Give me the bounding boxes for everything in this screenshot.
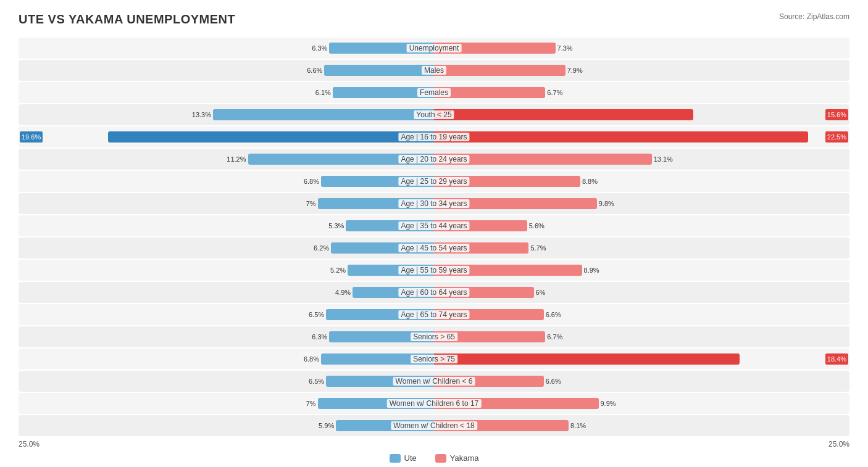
chart-row: Age | 25 to 29 years 6.8% 8.8% bbox=[19, 171, 849, 192]
chart-row: Women w/ Children < 18 5.9% 8.1% bbox=[19, 415, 849, 436]
chart-row: Age | 35 to 44 years 5.3% 5.6% bbox=[19, 215, 849, 236]
chart-row: Age | 60 to 64 years 4.9% 6% bbox=[19, 282, 849, 303]
chart-row: Age | 16 to 19 years 19.6% 22.5% bbox=[19, 126, 849, 147]
legend-ute: Ute bbox=[390, 453, 417, 463]
chart-row: Women w/ Children 6 to 17 7% 9.9% bbox=[19, 393, 849, 414]
chart-row: Males 6.6% 7.9% bbox=[19, 60, 849, 81]
chart-row: Age | 65 to 74 years 6.5% 6.6% bbox=[19, 304, 849, 325]
chart-row: Unemployment 6.3% 7.3% bbox=[19, 38, 849, 59]
legend: Ute Yakama bbox=[19, 453, 849, 463]
chart-row: Seniors > 65 6.3% 6.7% bbox=[19, 326, 849, 347]
legend-ute-box bbox=[390, 454, 401, 463]
legend-ute-label: Ute bbox=[404, 453, 417, 463]
axis-row: 25.0% 25.0% bbox=[19, 440, 849, 448]
axis-left: 25.0% bbox=[19, 440, 40, 448]
chart-row: Women w/ Children < 6 6.5% 6.6% bbox=[19, 371, 849, 392]
chart-row: Age | 20 to 24 years 11.2% 13.1% bbox=[19, 149, 849, 170]
legend-yakama-box bbox=[435, 454, 446, 463]
chart-container: UTE VS YAKAMA UNEMPLOYMENT Source: ZipAt… bbox=[19, 12, 849, 463]
chart-title: UTE VS YAKAMA UNEMPLOYMENT bbox=[19, 12, 235, 27]
chart-row: Seniors > 75 6.8% 18.4% bbox=[19, 349, 849, 370]
chart-row: Age | 45 to 54 years 6.2% 5.7% bbox=[19, 238, 849, 258]
legend-yakama-label: Yakama bbox=[450, 453, 479, 463]
chart-row: Age | 55 to 59 years 5.2% 8.9% bbox=[19, 260, 849, 281]
axis-right: 25.0% bbox=[828, 440, 849, 448]
chart-source: Source: ZipAtlas.com bbox=[779, 12, 849, 21]
chart-row: Females 6.1% 6.7% bbox=[19, 82, 849, 103]
legend-yakama: Yakama bbox=[435, 453, 479, 463]
chart-body: Unemployment 6.3% 7.3% Males 6.6% 7.9% bbox=[19, 38, 849, 436]
chart-row: Youth < 25 13.3% 15.6% bbox=[19, 104, 849, 125]
chart-row: Age | 30 to 34 years 7% 9.8% bbox=[19, 193, 849, 214]
chart-header: UTE VS YAKAMA UNEMPLOYMENT Source: ZipAt… bbox=[19, 12, 849, 27]
